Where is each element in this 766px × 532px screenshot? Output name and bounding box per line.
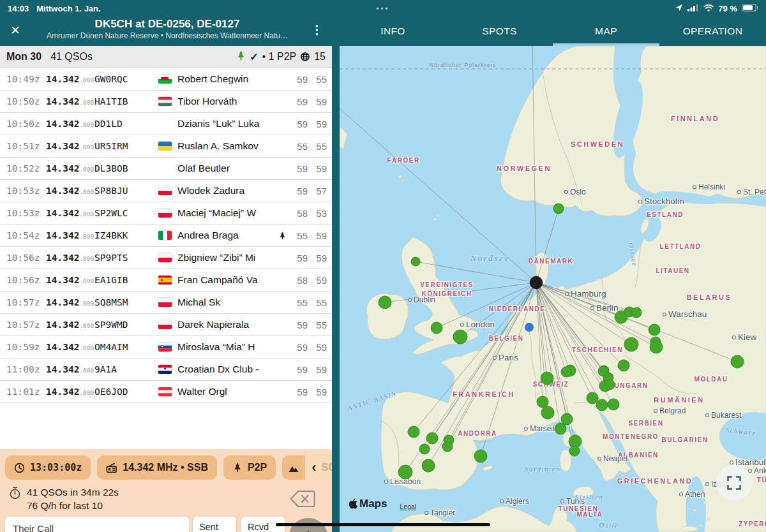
qso-row[interactable]: 10:57z14.342.000SQ8MSMMichal Sk5555 — [0, 292, 332, 314]
qso-row[interactable]: 10:57z14.342.000SP9WMDDarek Napierala595… — [0, 314, 332, 336]
qso-marker[interactable] — [474, 450, 487, 462]
qso-marker[interactable] — [587, 392, 598, 404]
svg-text:Kiew: Kiew — [738, 332, 757, 342]
qso-row[interactable]: 10:54z14.342.000IZ4BKKAndrea Braga5559 — [0, 225, 332, 247]
qso-marker[interactable] — [608, 399, 619, 410]
map-label: GRIECHENLAND — [617, 477, 693, 485]
tab-operation[interactable]: OPERATION — [659, 17, 766, 46]
qso-marker[interactable] — [422, 459, 435, 472]
qso-marker[interactable] — [650, 341, 663, 353]
qso-marker[interactable] — [569, 446, 580, 456]
activation-origin-marker[interactable] — [530, 276, 543, 289]
fullscreen-button[interactable] — [716, 465, 752, 501]
map-label: TSCHECHIEN — [572, 346, 623, 353]
qso-marker[interactable] — [541, 406, 554, 419]
dxcc-count: 15 — [314, 51, 326, 63]
qso-callsign: OM4AIM — [94, 342, 158, 352]
svg-text:SCHWEDEN: SCHWEDEN — [571, 140, 624, 148]
poland-flag-icon — [158, 320, 172, 329]
map-label: FRANKREICH — [453, 390, 515, 398]
hungary-flag-icon — [158, 97, 172, 106]
chip-13-03-00z[interactable]: 13:03:00z — [5, 455, 91, 480]
qso-marker[interactable] — [649, 324, 660, 336]
qso-operator-name: Wlodek Zadura — [177, 185, 276, 196]
map-label: LITAUEN — [656, 267, 689, 274]
qso-marker[interactable] — [561, 367, 571, 377]
svg-text:Östli: Östli — [599, 521, 618, 529]
their-call-input[interactable]: Their Call — [5, 517, 189, 532]
qso-marker[interactable] — [442, 441, 453, 452]
qso-marker[interactable] — [408, 426, 419, 438]
qso-marker[interactable] — [731, 355, 744, 368]
qso-marker[interactable] — [453, 330, 467, 344]
apple-logo-icon — [349, 498, 357, 509]
qso-marker[interactable] — [631, 307, 642, 318]
qso-row[interactable]: 10:56z14.342.000SP9PTSZbigniew “Zibi” Mi… — [0, 247, 332, 269]
svg-text:ANDORRA: ANDORRA — [458, 430, 497, 437]
poland-flag-icon — [158, 186, 172, 195]
tab-info[interactable]: INFO — [340, 17, 446, 46]
qso-time: 10:49z — [6, 74, 46, 84]
svg-text:Bukarest: Bukarest — [711, 411, 742, 420]
qso-row[interactable]: 10:51z14.342.000UR5IRMRuslan A. Samkov55… — [0, 135, 332, 158]
chip-sota[interactable]: ‹SOTA — [282, 455, 332, 480]
qso-marker[interactable] — [553, 203, 564, 214]
close-icon[interactable]: ✕ — [10, 23, 20, 38]
svg-text:NIEDERLANDE: NIEDERLANDE — [489, 306, 546, 313]
backspace-button[interactable] — [290, 490, 315, 510]
qso-marker[interactable] — [379, 296, 391, 309]
qso-marker[interactable] — [541, 372, 553, 385]
qso-rst-sent: 59 — [289, 74, 308, 85]
italy-flag-icon — [158, 231, 172, 240]
svg-text:Stockholm: Stockholm — [644, 196, 684, 206]
qso-operator-name: Zbigniew “Zibi” Mi — [177, 252, 276, 263]
tab-spots[interactable]: SPOTS — [446, 17, 553, 46]
qso-row[interactable]: 10:53z14.342.000SP8BJUWlodek Zadura5957 — [0, 180, 332, 202]
map-label: Nördlicher Polarkreis — [430, 62, 497, 68]
tab-map[interactable]: MAP — [553, 17, 659, 46]
legal-link[interactable]: Legal — [400, 503, 416, 510]
qso-marker[interactable] — [537, 396, 548, 408]
map-container[interactable]: Nördlicher PolarkreisFÄRÖERNORWEGENSCHWE… — [340, 46, 766, 532]
qso-row[interactable]: 10:53z14.342.000SP2WLCMaciej “Maciej” W5… — [0, 202, 332, 225]
map-canvas[interactable]: Nördlicher PolarkreisFÄRÖERNORWEGENSCHWE… — [340, 46, 766, 532]
svg-text:Paris: Paris — [499, 353, 518, 362]
kebab-menu-icon[interactable]: ⋮ — [311, 22, 323, 37]
qso-row[interactable]: 10:56z14.342.000EA1GIBFran Campañó Va585… — [0, 269, 332, 292]
tree-icon — [232, 462, 243, 473]
qso-callsign: IZ4BKK — [94, 230, 158, 240]
qso-marker[interactable] — [555, 423, 566, 434]
map-label: UNGARN — [615, 382, 649, 389]
chip-p2p[interactable]: P2P — [223, 455, 276, 480]
qso-marker[interactable] — [618, 360, 629, 371]
qso-marker[interactable] — [398, 465, 412, 479]
sent-label: Sent — [193, 517, 236, 532]
qso-time: 10:50z — [6, 119, 46, 129]
qso-marker[interactable] — [605, 380, 615, 390]
qso-operator-name: Darek Napierala — [177, 319, 276, 330]
austria-flag-icon — [158, 387, 172, 396]
wifi-icon — [703, 4, 714, 13]
qso-marker[interactable] — [419, 444, 430, 454]
chip-14-342-mhz-ssb[interactable]: 14.342 MHz • SSB — [97, 455, 217, 480]
qso-marker[interactable] — [596, 399, 608, 411]
battery-icon — [742, 4, 758, 13]
sent-input[interactable]: Sent 59 — [193, 517, 236, 532]
qso-row[interactable]: 10:59z14.342.000OM4AIMMiroslava “Mia” H5… — [0, 336, 332, 358]
qso-frequency: 14.342.000 — [46, 386, 94, 397]
qso-callsign: SQ8MSM — [94, 297, 158, 307]
spot-marker-blue[interactable] — [525, 323, 534, 332]
qso-marker[interactable] — [411, 257, 420, 266]
qso-marker[interactable] — [431, 322, 442, 334]
qso-row[interactable]: 11:01z14.342.000OE6JODWalter Orgl5959 — [0, 381, 332, 403]
qso-frequency: 14.342.000 — [46, 73, 94, 85]
qso-row[interactable]: 10:52z14.342.000DL3BOBOlaf Beutler5959 — [0, 158, 332, 180]
qso-row[interactable]: 11:00z14.342.0009A1ACroatian Dx Club -59… — [0, 358, 332, 381]
home-indicator[interactable] — [276, 523, 490, 526]
qso-row[interactable]: 10:49z14.342.000GW0RQCRobert Chegwin5955 — [0, 68, 332, 91]
qso-marker[interactable] — [426, 432, 438, 444]
svg-text:ESTLAND: ESTLAND — [647, 211, 684, 218]
qso-row[interactable]: 10:50z14.342.000HA1TIBTibor Horváth5959 — [0, 91, 332, 113]
qso-row[interactable]: 10:50z14.342.000DD1LDDzianis “Luk” Luka5… — [0, 113, 332, 135]
qso-marker[interactable] — [624, 337, 638, 351]
